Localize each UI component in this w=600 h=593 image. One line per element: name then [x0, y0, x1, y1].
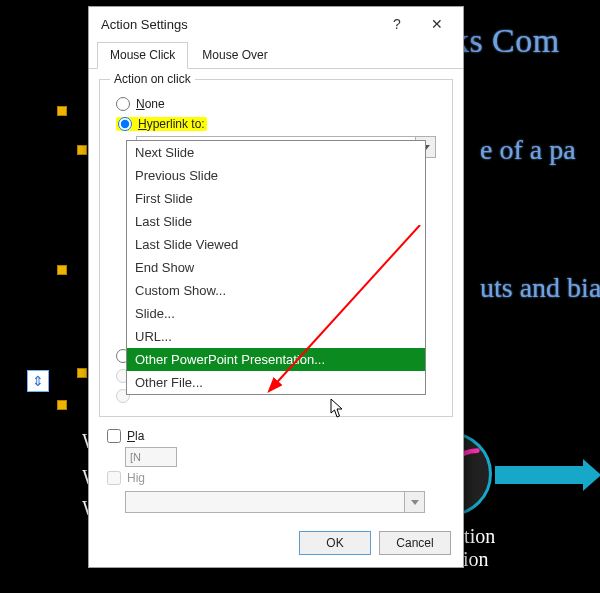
close-button[interactable]: ✕ — [417, 12, 457, 36]
dropdown-item[interactable]: End Show — [127, 256, 425, 279]
dialog-titlebar[interactable]: Action Settings ? ✕ — [89, 7, 463, 41]
dropdown-item[interactable]: Custom Show... — [127, 279, 425, 302]
dropdown-item[interactable]: First Slide — [127, 187, 425, 210]
action-on-click-group: Action on click None Hyperlink to: Next … — [99, 79, 453, 417]
sound-combo[interactable] — [125, 491, 425, 513]
dropdown-item[interactable]: Slide... — [127, 302, 425, 325]
highlight-click-label: Hig — [127, 471, 145, 485]
dialog-title: Action Settings — [101, 17, 377, 32]
radio-none-label[interactable]: None — [136, 97, 165, 111]
help-button[interactable]: ? — [377, 12, 417, 36]
dropdown-item[interactable]: URL... — [127, 325, 425, 348]
dropdown-item[interactable]: Previous Slide — [127, 164, 425, 187]
radio-hyperlink-row: Hyperlink to: — [110, 114, 442, 134]
selection-handle[interactable] — [57, 265, 67, 275]
play-sound-checkbox[interactable] — [107, 429, 121, 443]
highlight-click-row: Hig — [99, 467, 453, 489]
no-sound-combo-fragment: [N — [125, 447, 177, 467]
highlight-click-checkbox[interactable] — [107, 471, 121, 485]
radio-none-row: None — [110, 94, 442, 114]
play-sound-label[interactable]: Pla — [127, 429, 144, 443]
tab-mouse-over[interactable]: Mouse Over — [189, 42, 280, 69]
play-sound-section: Pla [N Hig — [99, 425, 453, 513]
dropdown-item[interactable]: Other File... — [127, 371, 425, 394]
action-settings-dialog: Action Settings ? ✕ Mouse Click Mouse Ov… — [88, 6, 464, 568]
selection-handle[interactable] — [77, 145, 87, 155]
play-sound-row: Pla — [99, 425, 453, 447]
dropdown-item[interactable]: Next Slide — [127, 141, 425, 164]
tab-strip: Mouse Click Mouse Over — [89, 41, 463, 69]
anchor-icon: ⇕ — [27, 370, 49, 392]
slide-body-fragment-1: e of a pa — [480, 134, 576, 166]
selection-handle[interactable] — [57, 106, 67, 116]
dropdown-item[interactable]: Last Slide Viewed — [127, 233, 425, 256]
selection-handle[interactable] — [77, 368, 87, 378]
tab-mouse-click[interactable]: Mouse Click — [97, 42, 188, 69]
chevron-down-icon[interactable] — [404, 492, 424, 512]
dialog-button-row: OK Cancel — [89, 521, 463, 567]
radio-hyperlink[interactable] — [118, 117, 132, 131]
dropdown-item-highlighted[interactable]: Other PowerPoint Presentation... — [127, 348, 425, 371]
flow-arrow — [495, 466, 585, 484]
selection-handle[interactable] — [57, 400, 67, 410]
radio-none[interactable] — [116, 97, 130, 111]
slide-body-fragment-2: uts and bia — [480, 272, 600, 304]
ok-button[interactable]: OK — [299, 531, 371, 555]
dropdown-item[interactable]: Last Slide — [127, 210, 425, 233]
hyperlink-dropdown: Next Slide Previous Slide First Slide La… — [126, 140, 426, 395]
cancel-button[interactable]: Cancel — [379, 531, 451, 555]
group-title: Action on click — [110, 72, 195, 86]
radio-hyperlink-label[interactable]: Hyperlink to: — [138, 117, 205, 131]
